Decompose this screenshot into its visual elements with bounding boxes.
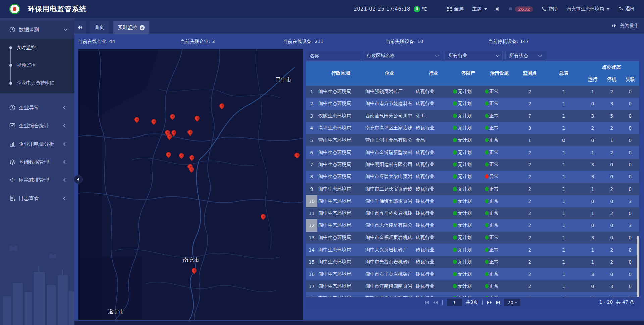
row-company: 营山县润丰食品有限公 [364, 134, 415, 146]
fullscreen-button[interactable]: 全屏 [447, 6, 464, 12]
table-row[interactable]: 5 营山生态环境局 营山县润丰食品有限公 食品 无计划 正常 1 0 0 1 0 [306, 134, 639, 146]
row-region: 阆中生态环境局 [317, 171, 364, 183]
logout-button[interactable]: 退出 [618, 6, 635, 12]
name-search-input[interactable] [306, 51, 360, 60]
sidebar-item-日志查看[interactable]: 日志查看 [0, 189, 74, 207]
row-index: 12 [306, 219, 317, 231]
table-row[interactable]: 17 阆中生态环境局 阆中市江南镇阆南页岩 砖瓦行业 无计划 正常 2 1 0 … [306, 280, 639, 292]
table-row[interactable]: 9 阆中生态环境局 阆中市二龙长宝页岩砖 砖瓦行业 无计划 正常 2 1 1 2… [306, 183, 639, 195]
theme-dropdown[interactable]: 主题 [472, 6, 487, 12]
table-row[interactable]: 16 阆中生态环境局 阆中市石子页岩机砖厂 砖瓦行业 无计划 正常 2 1 3 … [306, 268, 639, 280]
table-row[interactable]: 13 阆中生态环境局 阆中市金福旺页岩机砖 砖瓦行业 无计划 正常 2 1 3 … [306, 232, 639, 244]
industry-select[interactable]: 所有行业 [445, 51, 503, 60]
table-row[interactable]: 8 阆中生态环境局 阆中市枣碧大梁山页岩 砖瓦行业 无计划 异常 2 1 3 0… [306, 171, 639, 183]
sidebar-item-企业综合统计[interactable]: 企业综合统计 [0, 117, 74, 135]
table-row[interactable]: 18 南部生态环境局 南部县双佛页岩砖有限 砖瓦行业 无计划 正常 6 2 3 … [306, 292, 639, 297]
row-monitor-points: 2 [515, 232, 544, 244]
table-row[interactable]: 3 仪陇生态环境局 西南油气田分公司川中 化工 无计划 正常 7 1 3 5 0 [306, 110, 639, 122]
row-index: 18 [306, 292, 317, 297]
table-row[interactable]: 7 阆中生态环境局 阆中明阳建材有限公司 砖瓦行业 无计划 正常 2 1 3 0… [306, 159, 639, 171]
close-operations-button[interactable]: 关闭操作 [620, 23, 639, 29]
sidebar-collapse-button[interactable] [74, 175, 83, 184]
sidebar-item-基础数据管理[interactable]: 基础数据管理 [0, 153, 74, 171]
map-panel[interactable]: 巴中市南充市遂宁市 [78, 49, 303, 320]
row-region: 阆中生态环境局 [317, 207, 364, 219]
row-index: 3 [306, 110, 317, 122]
first-page-button[interactable] [425, 300, 429, 305]
help-button[interactable]: 帮助 [542, 6, 558, 12]
next-page-button[interactable] [487, 300, 492, 305]
row-master-meter: 1 [544, 183, 583, 195]
row-lost: 0 [621, 159, 639, 171]
row-limit-status: 无计划 [452, 110, 484, 122]
table-row[interactable]: 1 阆中生态环境局 阆中强锐页岩砖厂 砖瓦行业 无计划 正常 2 1 1 2 0 [306, 86, 639, 98]
tab-close-icon[interactable]: × [140, 25, 145, 30]
table-row[interactable]: 15 阆中生态环境局 阆中市光富页岩机砖厂 砖瓦行业 无计划 正常 2 1 1 … [306, 256, 639, 268]
sidebar-subitem-实时监控[interactable]: 实时监控 [0, 39, 74, 56]
status-dot [453, 114, 457, 118]
chevron-down-icon [435, 53, 439, 57]
last-page-button[interactable] [496, 300, 500, 305]
status-dot [485, 150, 489, 155]
stat-item: 当前失联企业:3 [180, 39, 283, 45]
col-region: 行政区域 [317, 61, 364, 86]
row-industry: 砖瓦行业 [415, 244, 452, 256]
row-stopped: 5 [602, 110, 621, 122]
row-running: 3 [583, 171, 602, 183]
row-monitor-points: 2 [515, 207, 544, 219]
table-row[interactable]: 6 阆中生态环境局 阆中市金博瑞新型墙材 砖瓦行业 无计划 正常 2 1 1 2… [306, 146, 639, 158]
row-lost: 0 [621, 207, 639, 219]
filter-bar: 行政区域名称 所有行业 所有状态 [306, 51, 545, 60]
sidebar-item-应急减排管理[interactable]: 应急减排管理 [0, 171, 74, 189]
page-number-input[interactable] [447, 299, 462, 306]
sidebar-subitem-企业电力负荷明细[interactable]: 企业电力负荷明细 [0, 74, 74, 92]
row-industry: 砖瓦行业 [415, 292, 452, 297]
bullet-dot-icon [9, 82, 12, 85]
row-index: 2 [306, 98, 317, 110]
row-limit-status: 无计划 [452, 98, 484, 110]
vertical-scrollbar[interactable] [637, 236, 639, 297]
open-tabs: 首页实时监控× [90, 21, 149, 34]
tab-实时监控[interactable]: 实时监控× [113, 21, 149, 34]
tab-首页[interactable]: 首页 [90, 21, 109, 34]
sidebar-subitem-视频监控[interactable]: 视频监控 [0, 56, 74, 74]
table-row[interactable]: 11 阆中生态环境局 阆中市五马桥页岩机砖 砖瓦行业 无计划 正常 2 1 1 … [306, 207, 639, 219]
notification-widget[interactable]: 2632 [508, 6, 533, 12]
map-roads [78, 49, 303, 320]
double-chevron-right-icon[interactable] [611, 24, 616, 28]
previous-page-button[interactable] [433, 300, 438, 305]
stat-item: 当前失联设备:10 [386, 39, 488, 45]
row-running: 3 [583, 292, 602, 297]
row-industry: 砖瓦行业 [415, 122, 452, 134]
table-row[interactable]: 14 阆中生态环境局 阆中大兴页岩机砖厂 砖瓦行业 无计划 正常 2 1 1 2… [306, 244, 639, 256]
table-row[interactable]: 12 阆中生态环境局 阆中市忠信建材有限公 砖瓦行业 无计划 正常 2 1 0 … [306, 219, 639, 231]
row-company: 阆中大兴页岩机砖厂 [364, 244, 415, 256]
sidebar-item-数据监测[interactable]: 数据监测 [0, 20, 74, 39]
col-monitor-points: 监测点 [515, 61, 544, 86]
row-master-meter: 1 [544, 268, 583, 280]
row-industry: 砖瓦行业 [415, 146, 452, 158]
row-running: 2 [583, 122, 602, 134]
user-org-dropdown[interactable]: 南充市生态环境局 [567, 6, 609, 12]
mute-button[interactable] [496, 7, 501, 11]
page-size-select[interactable]: 20 [504, 299, 520, 306]
tab-scroll-left-button[interactable] [74, 21, 86, 34]
region-select[interactable]: 行政区域名称 [363, 51, 442, 60]
row-company: 阆中市二龙长宝页岩砖 [364, 183, 415, 195]
table-row[interactable]: 10 阆中生态环境局 阆中千佛镇五郎垭页岩 砖瓦行业 无计划 正常 2 1 0 … [306, 195, 639, 207]
sidebar-item-企业用电量分析[interactable]: 企业用电量分析 [0, 135, 74, 153]
row-stopped: 0 [602, 268, 621, 280]
row-stopped: 2 [602, 256, 621, 268]
map-city-label: 巴中市 [275, 76, 291, 84]
status-select[interactable]: 所有状态 [505, 51, 545, 60]
sidebar-item-企业异常[interactable]: 企业异常 [0, 99, 74, 117]
row-index: 13 [306, 232, 317, 244]
status-dot [485, 223, 489, 227]
map-city-label: 南充市 [183, 257, 199, 264]
table-row[interactable]: 4 高坪生态环境局 南充市高坪区王家店建 砖瓦行业 无计划 正常 3 1 2 2… [306, 122, 639, 134]
sidebar-submenu: 实时监控视频监控企业电力负荷明细 [0, 39, 74, 93]
table-row[interactable]: 2 阆中生态环境局 阆中市南方节能建材有 砖瓦行业 无计划 正常 2 1 0 3… [306, 98, 639, 110]
row-lost: 0 [621, 122, 639, 134]
row-industry: 砖瓦行业 [415, 86, 452, 98]
row-stopped: 2 [602, 122, 621, 134]
